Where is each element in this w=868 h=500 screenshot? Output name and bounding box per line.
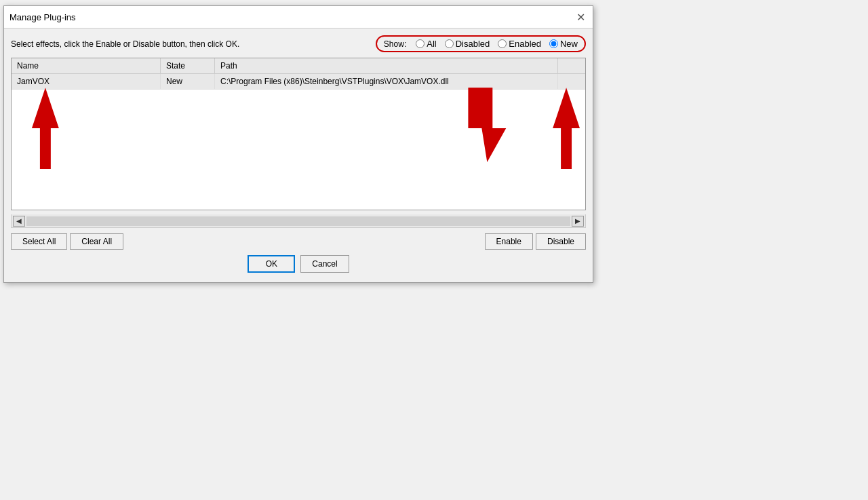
table-row[interactable]: JamVOX New C:\Program Files (x86)\Steinb… — [12, 74, 585, 90]
radio-enabled[interactable]: Enabled — [498, 39, 541, 49]
show-filter-group: Show: All Disabled Enabled — [376, 35, 586, 52]
ok-button[interactable]: OK — [248, 255, 295, 273]
radio-all-label: All — [427, 39, 436, 49]
radio-disabled-label: Disabled — [456, 39, 490, 49]
radio-enabled-input[interactable] — [498, 39, 507, 48]
radio-new-label: New — [560, 39, 578, 49]
right-buttons: Enable Disable — [485, 233, 586, 250]
table-header: Name State Path — [12, 58, 585, 74]
show-label: Show: — [384, 39, 406, 49]
manage-plugins-dialog: Manage Plug-ins ✕ Select effects, click … — [3, 5, 593, 283]
plugin-table: Name State Path JamVOX New C:\Program Fi… — [11, 58, 586, 210]
col-path: Path — [215, 58, 558, 73]
ok-cancel-row: OK Cancel — [11, 255, 586, 278]
radio-disabled[interactable]: Disabled — [445, 39, 490, 49]
cell-path: C:\Program Files (x86)\Steinberg\VSTPlug… — [215, 74, 558, 89]
disable-button[interactable]: Disable — [536, 233, 586, 250]
arrow-up-left-icon — [32, 88, 59, 169]
title-bar: Manage Plug-ins ✕ — [4, 6, 593, 28]
plugin-table-wrapper: Name State Path JamVOX New C:\Program Fi… — [11, 58, 586, 210]
col-spacer — [558, 58, 585, 73]
col-name: Name — [12, 58, 161, 73]
table-body: JamVOX New C:\Program Files (x86)\Steinb… — [12, 74, 585, 210]
cell-state: New — [161, 74, 215, 89]
top-row: Select effects, click the Enable or Disa… — [11, 35, 586, 52]
arrow-up-right-icon — [553, 88, 580, 169]
cell-spacer — [558, 74, 585, 89]
select-all-button[interactable]: Select All — [11, 233, 67, 250]
enable-button[interactable]: Enable — [485, 233, 533, 250]
clear-all-button[interactable]: Clear All — [70, 233, 123, 250]
scroll-left-button[interactable]: ◀ — [13, 216, 25, 227]
radio-all-input[interactable] — [416, 39, 425, 48]
arrow-down-center-icon — [468, 88, 506, 162]
radio-new-input[interactable] — [549, 39, 558, 48]
dialog-title: Manage Plug-ins — [9, 12, 76, 22]
left-buttons: Select All Clear All — [11, 233, 123, 250]
radio-disabled-input[interactable] — [445, 39, 454, 48]
dialog-body: Select effects, click the Enable or Disa… — [4, 28, 593, 282]
col-state: State — [161, 58, 215, 73]
horizontal-scrollbar[interactable]: ◀ ▶ — [11, 214, 586, 228]
instruction-text: Select effects, click the Enable or Disa… — [11, 39, 239, 49]
radio-all[interactable]: All — [416, 39, 436, 49]
cell-name: JamVOX — [12, 74, 161, 89]
radio-enabled-label: Enabled — [509, 39, 541, 49]
cancel-button[interactable]: Cancel — [300, 255, 349, 273]
scroll-right-button[interactable]: ▶ — [572, 216, 584, 227]
arrows-overlay — [12, 74, 585, 210]
radio-group: All Disabled Enabled New — [416, 39, 578, 49]
close-button[interactable]: ✕ — [574, 10, 587, 24]
scroll-track[interactable] — [26, 216, 570, 226]
action-buttons-row: Select All Clear All Enable Disable — [11, 233, 586, 250]
radio-new[interactable]: New — [549, 39, 578, 49]
